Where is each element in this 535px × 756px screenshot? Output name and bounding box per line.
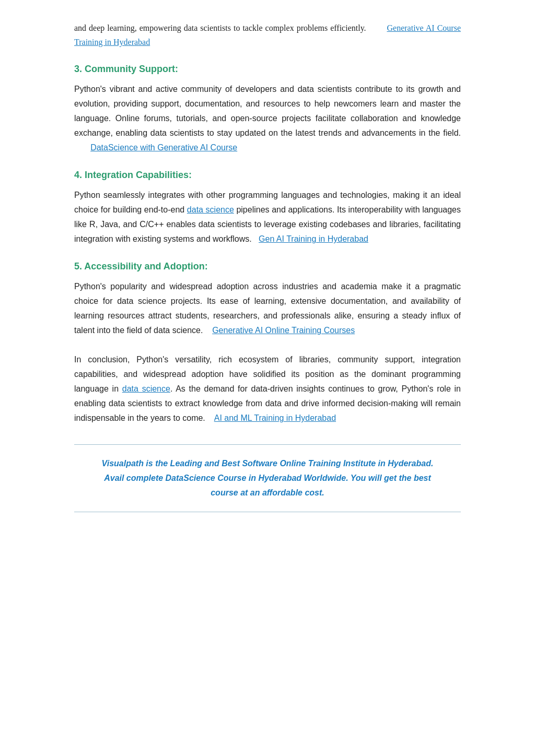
section-heading-3: 3. Community Support: — [74, 64, 461, 75]
integration-inline-link[interactable]: data science — [187, 205, 234, 214]
section-body-3: Python's vibrant and active community of… — [74, 82, 461, 155]
intro-text: and deep learning, empowering data scien… — [74, 23, 366, 32]
section-body-5: Python's popularity and widespread adopt… — [74, 279, 461, 338]
section-heading-5: 5. Accessibility and Adoption: — [74, 261, 461, 272]
conclusion-link[interactable]: AI and ML Training in Hyderabad — [214, 414, 336, 422]
conclusion-inline-link[interactable]: data science — [122, 384, 170, 393]
section-heading-4: 4. Integration Capabilities: — [74, 170, 461, 181]
section-integration-capabilities: 4. Integration Capabilities: Python seam… — [74, 170, 461, 246]
conclusion-body: In conclusion, Python's versatility, ric… — [74, 352, 461, 426]
community-support-link[interactable]: DataScience with Generative AI Course — [90, 143, 237, 152]
conclusion-block: In conclusion, Python's versatility, ric… — [74, 352, 461, 426]
footer-box: Visualpath is the Leading and Best Softw… — [74, 444, 461, 512]
page-container: and deep learning, empowering data scien… — [43, 0, 492, 544]
accessibility-link[interactable]: Generative AI Online Training Courses — [212, 326, 355, 335]
section-accessibility-adoption: 5. Accessibility and Adoption: Python's … — [74, 261, 461, 338]
section-community-support: 3. Community Support: Python's vibrant a… — [74, 64, 461, 155]
intro-paragraph: and deep learning, empowering data scien… — [74, 21, 461, 49]
integration-link[interactable]: Gen AI Training in Hyderabad — [259, 234, 368, 243]
footer-text: Visualpath is the Leading and Best Softw… — [95, 456, 440, 500]
section-body-4: Python seamlessly integrates with other … — [74, 188, 461, 246]
